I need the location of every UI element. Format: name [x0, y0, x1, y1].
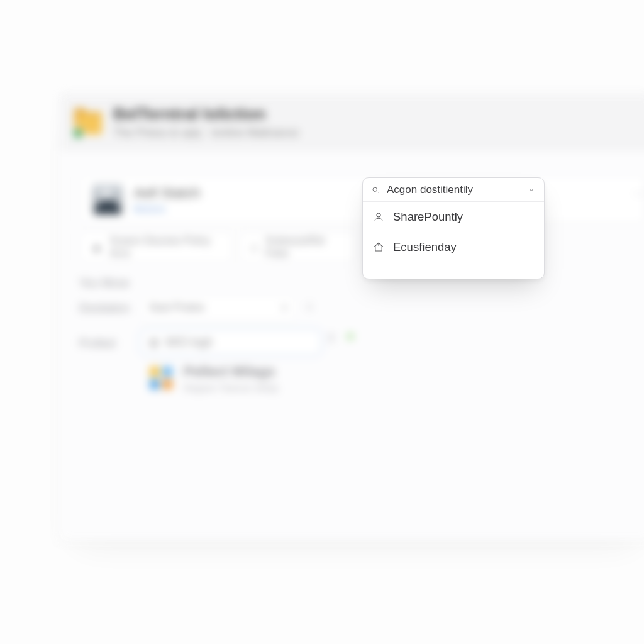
- mic-icon[interactable]: ⇣: [304, 298, 315, 313]
- destination-value: Sast Prates: [149, 301, 204, 314]
- stepper-icon[interactable]: ▲▼: [327, 331, 336, 343]
- page-subtitle: The Priess & oply · lonline Malinance: [113, 126, 299, 140]
- filter-chip-1[interactable]: ▲ Suaon Deunes Polny Arro: [79, 231, 233, 263]
- dropdown-search-input[interactable]: [387, 184, 520, 196]
- user-card[interactable]: Aell Statch Besions ◻ Scanne nes act Rer…: [79, 175, 644, 224]
- page-title: BelTerntral loliction: [113, 104, 299, 124]
- assignee-dropdown[interactable]: SharePountly Ecusfienday: [362, 177, 545, 279]
- svg-point-2: [377, 213, 380, 217]
- search-icon: [372, 184, 379, 196]
- more-menu-icon[interactable]: ⋮: [632, 187, 644, 202]
- header-text: BelTerntral loliction The Priess & oply …: [113, 104, 299, 140]
- suggestion-tile[interactable]: Pellect Milags Regoen Twence Stedy: [150, 364, 279, 393]
- chevron-down-icon[interactable]: [528, 184, 535, 196]
- input-prefix-icon: ◍: [149, 335, 159, 349]
- dropdown-option-label: SharePountly: [393, 210, 463, 224]
- profiled-value: WIO logh: [165, 336, 213, 349]
- section-label: You Mose: [79, 277, 129, 290]
- svg-line-1: [377, 191, 378, 192]
- chip-label: Suaon Deunes Polny Arro: [110, 235, 221, 260]
- user-meta: Besions: [134, 204, 200, 214]
- tile-subtitle: Regoen Twence Stedy: [184, 382, 279, 393]
- profiled-label: Profied: [79, 337, 115, 350]
- tile-icon: [150, 367, 174, 391]
- home-icon: [373, 242, 384, 253]
- profiled-input[interactable]: ◍ WIO logh: [140, 328, 322, 356]
- avatar[interactable]: [92, 184, 123, 214]
- panel-header: BelTerntral loliction The Priess & oply …: [60, 93, 644, 151]
- user-name: Aell Statch: [134, 185, 200, 201]
- user-icon: [373, 211, 384, 223]
- dropdown-option-sharepountly[interactable]: SharePountly: [363, 202, 544, 232]
- chevron-down-icon: ▾: [282, 301, 287, 314]
- user-info: Aell Statch Besions: [134, 185, 200, 214]
- folder-icon: [74, 108, 102, 136]
- filter-chip-2[interactable]: ⌂ SulwsuioRid Felio: [239, 231, 356, 263]
- destination-select[interactable]: Sast Prates ▾: [140, 294, 297, 321]
- tile-title: Pellect Milags: [184, 364, 279, 380]
- dropdown-search-row: [363, 178, 544, 202]
- status-dot: [347, 333, 353, 340]
- chip-label: SulwsuioRid Felio: [265, 235, 344, 260]
- destination-label: Destiation: [79, 302, 130, 315]
- person-icon: ▲: [91, 241, 103, 254]
- building-icon: ⌂: [251, 241, 258, 254]
- dropdown-option-ecusfienday[interactable]: Ecusfienday: [363, 232, 544, 262]
- background-blur: BelTerntral loliction The Priess & oply …: [0, 0, 644, 644]
- dropdown-option-label: Ecusfienday: [393, 240, 457, 254]
